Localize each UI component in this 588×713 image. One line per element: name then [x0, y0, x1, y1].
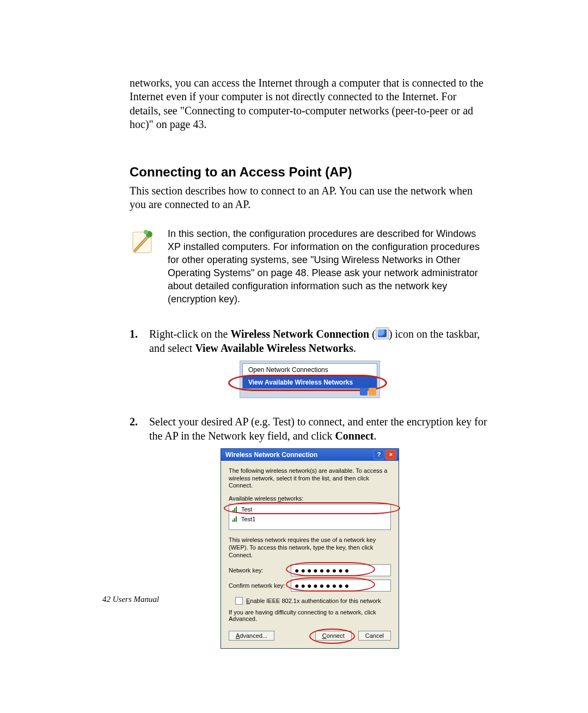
bold-text: Wireless Network Connection — [230, 328, 369, 340]
network-name: Test1 — [241, 516, 255, 522]
masked-value: ●●●●●●●●● — [295, 581, 351, 590]
step-2-body: Select your desired AP (e.g. Test) to co… — [149, 415, 490, 443]
text: . — [374, 430, 377, 442]
menu-item-open-connections[interactable]: Open Network Connections — [243, 364, 377, 376]
network-key-label: Network key: — [229, 567, 286, 574]
wireless-tray-icon — [376, 327, 389, 339]
text: ( — [369, 328, 376, 340]
section-intro: This section describes how to connect to… — [130, 184, 490, 212]
confirm-key-label: Confirm network key: — [229, 582, 286, 589]
text: Right-click on the — [149, 328, 230, 340]
confirm-key-input[interactable]: ●●●●●●●●● — [291, 580, 391, 592]
network-item-test1[interactable]: Test1 — [229, 514, 390, 524]
taskbar-icons — [356, 387, 376, 397]
dialog-description: The following wireless network(s) are av… — [229, 467, 391, 490]
cancel-button[interactable]: Cancel — [358, 631, 391, 641]
context-menu: Open Network Connections View Available … — [242, 363, 377, 389]
page-footer: 42 Users Manual — [102, 595, 159, 604]
note-text: In this section, the configuration proce… — [168, 228, 490, 306]
step-1-body: Right-click on the Wireless Network Conn… — [149, 327, 490, 355]
network-item-test[interactable]: Test — [229, 504, 390, 514]
connect-button[interactable]: Connect — [315, 631, 352, 641]
screenshot-context-menu: Open Network Connections View Available … — [130, 361, 490, 398]
text: Select your desired AP (e.g. Test) to co… — [149, 416, 487, 442]
advanced-hint: If you are having difficulty connecting … — [229, 609, 391, 622]
text: etworks: — [281, 495, 303, 502]
confirm-key-row: Confirm network key: ●●●●●●●●● — [229, 580, 391, 592]
context-menu-container: Open Network Connections View Available … — [240, 361, 380, 398]
masked-value: ●●●●●●●●● — [295, 566, 351, 575]
close-button[interactable]: × — [385, 450, 396, 460]
network-key-input[interactable]: ●●●●●●●●● — [291, 564, 391, 576]
tray-icon — [369, 388, 376, 395]
text: Available wireless — [229, 495, 278, 502]
note-icon — [130, 229, 156, 256]
wep-description: This wireless network requires the use o… — [229, 537, 391, 559]
dialog-title: Wireless Network Connection — [225, 451, 317, 459]
help-button[interactable]: ? — [373, 450, 384, 460]
checkbox-label: Enable IEEE 802.1x authentication for th… — [246, 598, 381, 604]
network-key-row: Network key: ●●●●●●●●● — [229, 564, 391, 576]
tray-icon — [360, 388, 367, 395]
wireless-connection-dialog: Wireless Network Connection ? × The foll… — [220, 448, 399, 649]
button-rest: onnect — [327, 632, 345, 639]
signal-icon — [232, 516, 238, 522]
bold-text: View Available Wireless Networks — [195, 342, 353, 354]
text: . — [353, 342, 356, 354]
button-rest: dvanced... — [240, 632, 267, 639]
dialog-buttons: Advanced... Connect Cancel — [229, 631, 391, 641]
network-list[interactable]: Test Test1 — [229, 504, 391, 530]
network-name: Test — [241, 506, 252, 513]
intro-paragraph: networks, you can access the Internet th… — [130, 76, 490, 132]
step-number: 2. — [130, 415, 143, 443]
dialog-titlebar: Wireless Network Connection ? × — [221, 449, 399, 461]
section-heading: Connecting to an Access Point (AP) — [130, 164, 490, 180]
ieee8021x-checkbox[interactable] — [235, 597, 243, 605]
note-block: In this section, the configuration proce… — [130, 228, 490, 306]
step-2: 2. Select your desired AP (e.g. Test) to… — [130, 415, 490, 443]
bold-text: Connect — [335, 430, 373, 442]
page: networks, you can access the Internet th… — [0, 0, 588, 713]
step-1: 1. Right-click on the Wireless Network C… — [130, 327, 490, 355]
advanced-button[interactable]: Advanced... — [229, 631, 274, 641]
ieee8021x-row: Enable IEEE 802.1x authentication for th… — [235, 597, 391, 605]
text: nable IEEE 802.1x authentication for thi… — [250, 598, 381, 604]
dialog-body: The following wireless network(s) are av… — [221, 461, 399, 649]
signal-icon — [232, 507, 238, 512]
step-number: 1. — [130, 327, 143, 355]
svg-point-2 — [144, 230, 148, 234]
screenshot-dialog: Wireless Network Connection ? × The foll… — [130, 448, 490, 649]
available-networks-label: Available wireless networks: — [229, 495, 391, 502]
